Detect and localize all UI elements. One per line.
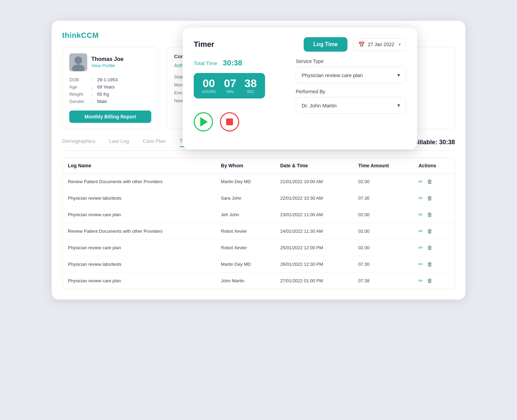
tab-last-log[interactable]: Last Log — [109, 138, 129, 147]
delete-icon[interactable]: 🗑 — [427, 245, 433, 251]
cell-log-name: Physician review labs/tests — [62, 190, 215, 207]
performed-by-label: Performed By — [296, 89, 406, 94]
timer-hours: 00 — [203, 78, 215, 89]
cell-datetime: 21/01/2022 10:00 AM — [275, 174, 353, 190]
cell-actions: ✏🗑 — [413, 273, 455, 289]
table-row: Physician review care planJeh John23/01/… — [62, 207, 455, 223]
cell-by-whom: Martin Dey MD — [215, 256, 275, 273]
table-row: Physician review care planRobot Xevier25… — [62, 240, 455, 256]
cell-datetime: 24/01/2022 11:30 AM — [275, 223, 353, 240]
svg-point-1 — [74, 56, 82, 64]
service-type-select[interactable]: Physician review care plan ▾ — [296, 67, 406, 83]
total-time-label: Total Time — [194, 60, 217, 66]
col-time-amount: Time Amount — [353, 158, 413, 174]
edit-icon[interactable]: ✏ — [418, 228, 423, 234]
table-row: Physician review labs/testsSara John22/0… — [62, 190, 455, 207]
cell-actions: ✏🗑 — [413, 223, 455, 240]
tab-demographics[interactable]: Demographics — [62, 138, 95, 147]
delete-icon[interactable]: 🗑 — [427, 261, 433, 267]
col-date-time: Date & Time — [275, 158, 353, 174]
log-time-button[interactable]: Log Time — [304, 37, 347, 52]
chevron-down-icon: ▾ — [398, 42, 401, 47]
hours-label: Hours — [202, 90, 216, 94]
cell-actions: ✏🗑 — [413, 207, 455, 223]
timer-modal: Timer Log Time 📅 27 Jan 2022 ▾ Total Tim… — [183, 28, 417, 149]
table-row: Review Patient Documents with other Prov… — [62, 174, 455, 190]
timer-controls — [194, 112, 285, 132]
cell-time-amount: 07.30 — [353, 256, 413, 273]
service-type-value: Physician review care plan — [302, 72, 363, 78]
cell-log-name: Review Patient Documents with other Prov… — [62, 174, 215, 190]
cell-time-amount: 02.00 — [353, 223, 413, 240]
log-table-container: Log Name By Whom Date & Time Time Amount… — [62, 158, 455, 289]
performed-by-select[interactable]: Dr. John Martin ▾ — [296, 97, 406, 114]
patient-details: DOB : 29-1-1953 Age : 69 Years Weight : — [69, 76, 151, 105]
edit-icon[interactable]: ✏ — [418, 178, 423, 185]
cell-time-amount: 02.00 — [353, 240, 413, 256]
selected-date: 27 Jan 2022 — [368, 42, 394, 47]
timer-minutes: 07 — [224, 78, 236, 89]
cell-datetime: 23/01/2022 11:00 AM — [275, 207, 353, 223]
delete-icon[interactable]: 🗑 — [427, 228, 433, 234]
delete-icon[interactable]: 🗑 — [427, 212, 433, 218]
stop-button[interactable] — [220, 112, 239, 132]
col-actions: Actions — [413, 158, 455, 174]
timer-title: Timer — [194, 40, 214, 49]
cell-log-name: Review Patient Documents with other Prov… — [62, 223, 215, 240]
cell-by-whom: Sara John — [215, 190, 275, 207]
cell-datetime: 25/01/2022 12:00 PM — [275, 240, 353, 256]
edit-icon[interactable]: ✏ — [418, 195, 423, 201]
col-log-name: Log Name — [62, 158, 215, 174]
edit-icon[interactable]: ✏ — [418, 244, 423, 251]
table-row: Physician review care planJohn Martin27/… — [62, 273, 455, 289]
stop-icon — [226, 118, 233, 125]
table-row: Physician review labs/testsMartin Dey MD… — [62, 256, 455, 273]
cell-datetime: 27/01/2022 01:00 PM — [275, 273, 353, 289]
calendar-icon: 📅 — [358, 41, 365, 48]
cell-time-amount: 07.30 — [353, 190, 413, 207]
patient-name: Thomas Joe — [91, 56, 123, 62]
minutes-label: Min — [226, 90, 233, 94]
patient-card: Thomas Joe View Profile DOB : 29-1-1953 … — [62, 47, 159, 129]
service-type-label: Service Type — [296, 59, 406, 64]
cell-by-whom: Robot Xevier — [215, 240, 275, 256]
delete-icon[interactable]: 🗑 — [427, 278, 433, 284]
tab-care-plan[interactable]: Care Plan — [143, 138, 166, 147]
performed-by-value: Dr. John Martin — [302, 103, 337, 108]
monthly-billing-button[interactable]: Monthly Billing Report — [69, 111, 151, 123]
seconds-label: Sec — [247, 90, 255, 94]
edit-icon[interactable]: ✏ — [418, 261, 423, 267]
cell-by-whom: Martin Dey MD — [215, 174, 275, 190]
cell-log-name: Physician review care plan — [62, 240, 215, 256]
avatar — [69, 53, 87, 71]
play-button[interactable] — [194, 112, 213, 132]
cell-by-whom: Robot Xevier — [215, 223, 275, 240]
cell-log-name: Physician review care plan — [62, 273, 215, 289]
cell-actions: ✏🗑 — [413, 240, 455, 256]
date-picker[interactable]: 📅 27 Jan 2022 ▾ — [353, 38, 406, 51]
timer-display: 00 Hours 07 Min 38 Sec — [194, 73, 265, 98]
edit-icon[interactable]: ✏ — [418, 211, 423, 218]
timer-seconds: 38 — [244, 78, 257, 89]
cell-log-name: Physician review care plan — [62, 207, 215, 223]
performed-chevron-icon: ▾ — [397, 102, 400, 108]
view-profile-link[interactable]: View Profile — [91, 63, 115, 68]
edit-icon[interactable]: ✏ — [418, 277, 423, 284]
cell-time-amount: 02.00 — [353, 174, 413, 190]
col-by-whom: By Whom — [215, 158, 275, 174]
play-icon — [200, 117, 208, 127]
log-table: Log Name By Whom Date & Time Time Amount… — [62, 158, 455, 289]
cell-actions: ✏🗑 — [413, 190, 455, 207]
cell-actions: ✏🗑 — [413, 174, 455, 190]
cell-datetime: 26/01/2022 12:30 PM — [275, 256, 353, 273]
cell-time-amount: 07.38 — [353, 273, 413, 289]
cell-log-name: Physician review labs/tests — [62, 256, 215, 273]
delete-icon[interactable]: 🗑 — [427, 179, 433, 185]
cell-by-whom: John Martin — [215, 273, 275, 289]
billable-info: Billable: 30:38 — [413, 139, 455, 146]
table-row: Review Patient Documents with other Prov… — [62, 223, 455, 240]
delete-icon[interactable]: 🗑 — [427, 195, 433, 201]
cell-actions: ✏🗑 — [413, 256, 455, 273]
cell-datetime: 22/01/2022 10:30 AM — [275, 190, 353, 207]
total-time-value: 30:38 — [223, 59, 242, 67]
